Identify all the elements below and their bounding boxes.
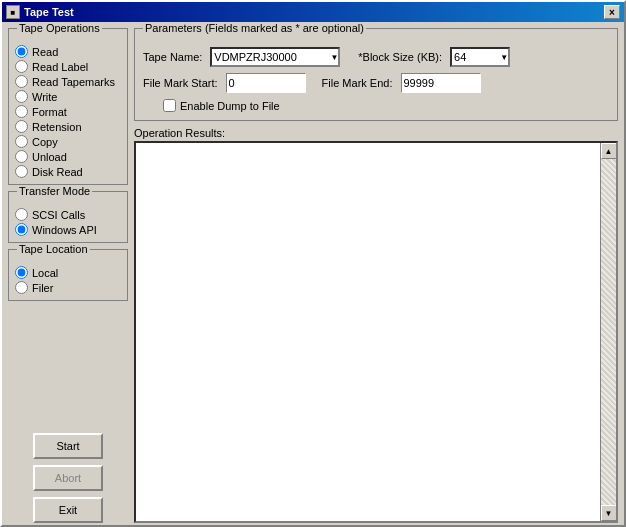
tape-location-group: Tape Location Local Filer (8, 249, 128, 301)
radio-disk-read[interactable]: Disk Read (15, 165, 121, 178)
tape-operations-content: Read Read Label Read Tapemarks Write (15, 45, 121, 178)
radio-read[interactable]: Read (15, 45, 121, 58)
tape-operations-label: Tape Operations (17, 22, 102, 34)
block-size-select[interactable]: 64 (450, 47, 510, 67)
scroll-track[interactable] (601, 159, 617, 505)
close-button[interactable]: × (604, 5, 620, 19)
tape-name-label: Tape Name: (143, 51, 202, 63)
dump-row: Enable Dump to File (163, 99, 609, 112)
tape-location-content: Local Filer (15, 266, 121, 294)
tape-operations-group: Tape Operations Read Read Label Read Tap… (8, 28, 128, 185)
main-window: ■ Tape Test × Tape Operations Read Read … (0, 0, 626, 527)
radio-read-tapemarks[interactable]: Read Tapemarks (15, 75, 121, 88)
file-mark-start-input[interactable] (226, 73, 306, 93)
start-button[interactable]: Start (33, 433, 103, 459)
tape-name-select[interactable]: VDMPZRJ30000 (210, 47, 340, 67)
radio-unload[interactable]: Unload (15, 150, 121, 163)
file-mark-start-label: File Mark Start: (143, 77, 218, 89)
params-group: Parameters (Fields marked as * are optio… (134, 28, 618, 121)
block-size-label: *Block Size (KB): (358, 51, 442, 63)
left-panel: Tape Operations Read Read Label Read Tap… (8, 28, 128, 523)
radio-windows-api[interactable]: Windows API (15, 223, 121, 236)
buttons-area: Start Abort Exit (8, 433, 128, 523)
enable-dump-label: Enable Dump to File (180, 100, 280, 112)
radio-write[interactable]: Write (15, 90, 121, 103)
file-mark-end-input[interactable] (401, 73, 481, 93)
window-title: Tape Test (24, 6, 74, 18)
exit-button[interactable]: Exit (33, 497, 103, 523)
tape-name-select-wrapper: VDMPZRJ30000 (210, 47, 340, 67)
params-label: Parameters (Fields marked as * are optio… (143, 22, 366, 34)
vertical-scrollbar[interactable]: ▲ ▼ (600, 143, 616, 521)
radio-local[interactable]: Local (15, 266, 121, 279)
scroll-down-button[interactable]: ▼ (601, 505, 617, 521)
params-content: Tape Name: VDMPZRJ30000 *Block Size (KB)… (143, 47, 609, 112)
operation-results-label: Operation Results: (134, 127, 618, 139)
window-icon: ■ (6, 5, 20, 19)
file-mark-end-label: File Mark End: (322, 77, 393, 89)
transfer-mode-label: Transfer Mode (17, 185, 92, 197)
title-bar: ■ Tape Test × (2, 2, 624, 22)
content-area: Tape Operations Read Read Label Read Tap… (2, 22, 624, 527)
radio-filer[interactable]: Filer (15, 281, 121, 294)
abort-button[interactable]: Abort (33, 465, 103, 491)
tape-name-row: Tape Name: VDMPZRJ30000 *Block Size (KB)… (143, 47, 609, 67)
radio-format[interactable]: Format (15, 105, 121, 118)
right-panel: Parameters (Fields marked as * are optio… (134, 28, 618, 523)
tape-location-label: Tape Location (17, 243, 90, 255)
radio-scsi-calls[interactable]: SCSI Calls (15, 208, 121, 221)
radio-copy[interactable]: Copy (15, 135, 121, 148)
transfer-mode-group: Transfer Mode SCSI Calls Windows API (8, 191, 128, 243)
results-box: ▲ ▼ (134, 141, 618, 523)
transfer-mode-content: SCSI Calls Windows API (15, 208, 121, 236)
file-mark-row: File Mark Start: File Mark End: (143, 73, 609, 93)
block-size-select-wrapper: 64 (450, 47, 510, 67)
scroll-up-button[interactable]: ▲ (601, 143, 617, 159)
enable-dump-checkbox[interactable] (163, 99, 176, 112)
results-area: Operation Results: ▲ ▼ (134, 127, 618, 523)
radio-retension[interactable]: Retension (15, 120, 121, 133)
radio-read-label[interactable]: Read Label (15, 60, 121, 73)
